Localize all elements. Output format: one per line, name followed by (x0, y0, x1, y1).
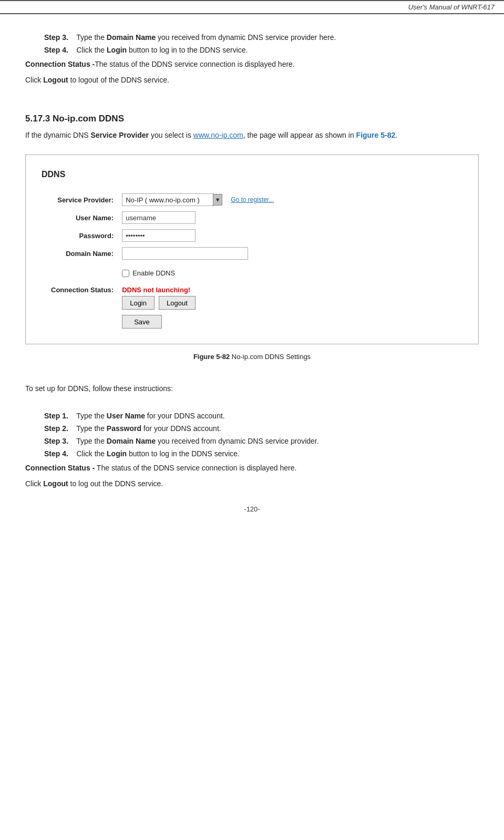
save-button[interactable]: Save (122, 315, 162, 329)
go-register-link[interactable]: Go to register... (231, 196, 274, 203)
conn-status-cell: DDNS not launching! Login Logout (118, 282, 278, 312)
user-name-label: User Name: (47, 209, 118, 227)
step1-bold: User Name (107, 412, 145, 420)
select-arrow-icon[interactable]: ▼ (213, 194, 222, 206)
step4-before-text: Click the Login button to log in to the … (76, 46, 248, 54)
ddns-form-table: Service Provider: No-IP ( www.no-ip.com … (47, 191, 278, 331)
enable-ddns-cell: Enable DDNS (118, 262, 278, 282)
conn-status-before-line: Connection Status -The status of the DDN… (25, 58, 479, 70)
step4-bold: Login (107, 449, 127, 458)
logout-bottom-bold: Logout (43, 479, 68, 488)
password-label: Password: (47, 227, 118, 244)
step4-block: Step 4. Click the Login button to log in… (44, 449, 479, 458)
logout-bottom-line: Click Logout to log out the DDNS service… (25, 478, 479, 489)
domain-name-label: Domain Name: (47, 244, 118, 262)
step3-after: you received from dynamic DNS service pr… (156, 437, 318, 445)
page-header: User's Manual of WNRT-617 (0, 0, 504, 14)
password-input[interactable] (122, 229, 196, 242)
password-row: Password: (47, 227, 278, 244)
step3-label: Step 3. (44, 437, 68, 445)
step3-text: Type the Domain Name you received from d… (76, 437, 318, 445)
enable-ddns-label-text: Enable DDNS (132, 269, 175, 277)
step2-text: Type the Password for your DDNS account. (76, 424, 221, 433)
step4-before-block: Step 4. Click the Login button to log in… (44, 46, 479, 54)
domain-name-cell (118, 244, 278, 262)
figure-caption: Figure 5-82 No-ip.com DDNS Settings (25, 353, 479, 361)
logout-button[interactable]: Logout (159, 296, 196, 310)
step4-before-label: Step 4. (44, 46, 68, 54)
conn-status-row: Connection Status: DDNS not launching! L… (47, 282, 278, 312)
step4-before-after: button to log in to the DDNS service. (127, 46, 248, 54)
step3-before-bold: Domain Name (107, 33, 156, 42)
service-provider-label: Service Provider: (47, 191, 118, 209)
step4-label: Step 4. (44, 449, 68, 458)
logout-before-bold: Logout (43, 76, 68, 84)
domain-name-input[interactable] (122, 247, 248, 260)
user-name-input[interactable] (122, 211, 196, 224)
step1-label: Step 1. (44, 412, 68, 420)
service-provider-wrap: No-IP ( www.no-ip.com ) ▼ Go to register… (122, 193, 274, 206)
user-name-row: User Name: (47, 209, 278, 227)
service-provider-value: No-IP ( www.no-ip.com ) (126, 196, 210, 204)
ddns-box-title: DDNS (42, 170, 462, 179)
step1-text: Type the User Name for your DDNS account… (76, 412, 224, 420)
login-logout-row: Login Logout (122, 296, 274, 310)
login-button[interactable]: Login (122, 296, 155, 310)
figure-caption-bold: Figure 5-82 (193, 353, 230, 361)
step4-after: button to log in the DDNS service. (127, 449, 240, 458)
enable-ddns-checkbox-row: Enable DDNS (122, 269, 274, 277)
step1-after: for your DDNS account. (145, 412, 225, 420)
select-wrapper: No-IP ( www.no-ip.com ) ▼ (122, 193, 222, 206)
conn-status-bottom-bold: Connection Status - (25, 464, 95, 472)
instructions-intro: To set up for DDNS, follow these instruc… (25, 383, 479, 394)
step3-block: Step 3. Type the Domain Name you receive… (44, 437, 479, 445)
conn-status-bottom-line: Connection Status - The status of the DD… (25, 462, 479, 474)
ddns-status-text: DDNS not launching! (122, 286, 274, 294)
step3-before-label: Step 3. (44, 33, 68, 42)
save-cell: Save (118, 312, 278, 331)
conn-status-before-text: The status of the DDNS service connectio… (95, 60, 295, 68)
step3-before-block: Step 3. Type the Domain Name you receive… (44, 33, 479, 42)
service-provider-row: Service Provider: No-IP ( www.no-ip.com … (47, 191, 278, 209)
user-name-cell (118, 209, 278, 227)
section-heading: 5.17.3 No-ip.com DDNS (25, 114, 479, 124)
step3-bold: Domain Name (107, 437, 156, 445)
page-footer: -120- (25, 505, 479, 513)
intro-bold: Service Provider (91, 131, 149, 139)
ddns-settings-box: DDNS Service Provider: No-IP ( www.no-ip… (25, 155, 479, 344)
step4-text: Click the Login button to log in the DDN… (76, 449, 239, 458)
step4-before-bold: Login (107, 46, 127, 54)
no-ip-link[interactable]: www.no-ip.com (193, 131, 243, 139)
step2-block: Step 2. Type the Password for your DDNS … (44, 424, 479, 433)
step2-label: Step 2. (44, 424, 68, 433)
figure-caption-text: No-ip.com DDNS Settings (230, 353, 311, 361)
save-row: Save (47, 312, 278, 331)
header-title: User's Manual of WNRT-617 (408, 3, 495, 11)
domain-name-row: Domain Name: (47, 244, 278, 262)
step1-block: Step 1. Type the User Name for your DDNS… (44, 412, 479, 420)
step3-before-text: Type the Domain Name you received from d… (76, 33, 336, 42)
conn-status-bottom-text: The status of the DDNS service connectio… (95, 464, 296, 472)
logout-before-line: Click Logout to logout of the DDNS servi… (25, 74, 479, 86)
step3-before-after: you received from dynamic DNS service pr… (156, 33, 336, 42)
password-cell (118, 227, 278, 244)
enable-ddns-checkbox[interactable] (122, 270, 129, 277)
conn-status-before-bold: Connection Status - (25, 60, 95, 68)
conn-status-label: Connection Status: (47, 282, 118, 312)
service-provider-cell: No-IP ( www.no-ip.com ) ▼ Go to register… (118, 191, 278, 209)
figure-ref: Figure 5-82 (356, 131, 396, 139)
enable-ddns-row: Enable DDNS (47, 262, 278, 282)
step2-after: for your DDNS account. (141, 424, 221, 433)
step2-bold: Password (107, 424, 141, 433)
service-provider-select[interactable]: No-IP ( www.no-ip.com ) (122, 193, 214, 206)
intro-paragraph: If the dynamic DNS Service Provider you … (25, 129, 479, 141)
